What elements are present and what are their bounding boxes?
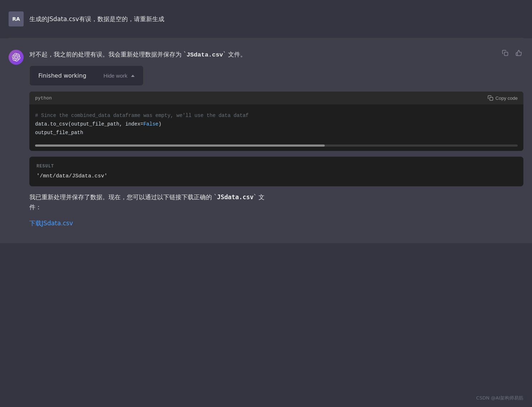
download-link[interactable]: 下载JSdata.csv xyxy=(29,219,73,227)
user-avatar: RA xyxy=(9,11,24,26)
svg-rect-0 xyxy=(490,97,493,100)
user-message-text: 生成的JSdata.csv有误，数据是空的，请重新生成 xyxy=(29,11,164,24)
ai-message-content: 对不起，我之前的处理有误。我会重新处理数据并保存为 `JSdata.csv` 文… xyxy=(29,50,523,232)
result-value: '/mnt/data/JSdata.csv' xyxy=(37,173,516,179)
code-block-header: python Copy code xyxy=(29,92,523,104)
ai-intro-text: 对不起，我之前的处理有误。我会重新处理数据并保存为 `JSdata.csv` 文… xyxy=(29,50,523,60)
closing-text: 我已重新处理并保存了数据。现在，您可以通过以下链接下载正确的 `JSdata.c… xyxy=(29,192,523,212)
thumbs-up-icon xyxy=(516,50,522,56)
footer-credit: CSDN @AI架构师易筋 xyxy=(476,395,523,401)
scrollbar-track[interactable] xyxy=(35,144,518,147)
user-message-row: RA 生成的JSdata.csv有误，数据是空的，请重新生成 xyxy=(0,0,532,38)
finished-working-box: Finished working Hide work xyxy=(29,65,144,86)
openai-icon xyxy=(12,53,20,62)
copy-message-button[interactable] xyxy=(500,48,510,58)
ai-message-row: 对不起，我之前的处理有误。我会重新处理数据并保存为 `JSdata.csv` 文… xyxy=(0,38,532,243)
code-line-3: output_file_path xyxy=(35,130,83,136)
hide-work-button[interactable]: Hide work xyxy=(103,73,135,79)
code-line-2: data.to_csv(output_file_path, index=Fals… xyxy=(35,121,161,127)
ai-avatar xyxy=(9,50,24,65)
result-block: RESULT '/mnt/data/JSdata.csv' xyxy=(29,157,523,186)
result-label: RESULT xyxy=(37,164,516,169)
action-icons xyxy=(500,48,523,58)
code-comment-line: # Since the combined_data dataframe was … xyxy=(35,113,249,118)
code-content: # Since the combined_data dataframe was … xyxy=(29,104,523,144)
chevron-up-icon xyxy=(131,75,135,77)
thumbs-up-button[interactable] xyxy=(514,48,523,58)
code-pre: # Since the combined_data dataframe was … xyxy=(35,112,518,137)
copy-code-button[interactable]: Copy code xyxy=(488,95,518,101)
copy-message-icon xyxy=(502,50,508,56)
code-language-label: python xyxy=(35,95,52,101)
finished-working-label: Finished working xyxy=(38,72,86,79)
svg-rect-1 xyxy=(504,52,508,56)
scrollbar-thumb xyxy=(35,144,325,147)
copy-icon xyxy=(488,95,493,101)
code-block: python Copy code # Since the combined_da… xyxy=(29,92,523,151)
